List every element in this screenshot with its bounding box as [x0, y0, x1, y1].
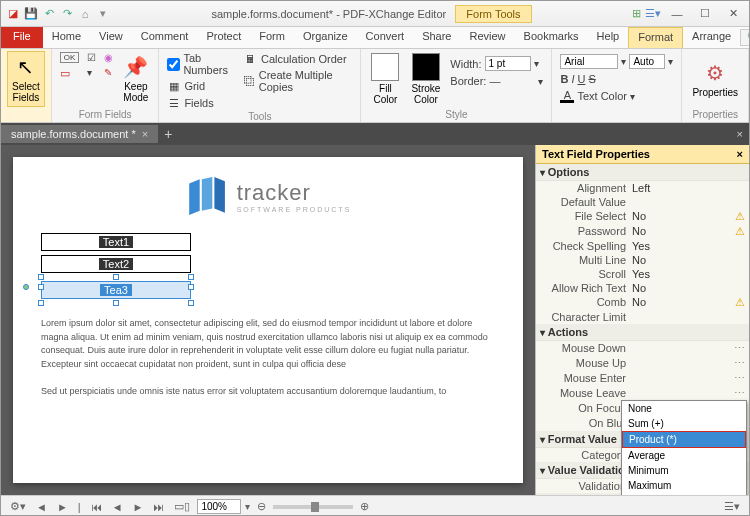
zoom-input[interactable] [197, 499, 241, 514]
page-first-icon[interactable]: ⏮ [88, 501, 105, 513]
prop-row[interactable]: Multi LineNo [536, 253, 749, 267]
page-prev-icon[interactable]: ◄ [109, 501, 126, 513]
grid-icon: ▦ [167, 79, 181, 93]
prop-row[interactable]: CombNo⚠ [536, 295, 749, 310]
ui-options-icon[interactable]: ☰▾ [645, 7, 661, 20]
section-actions[interactable]: ▾ Actions [536, 324, 749, 341]
page-next-icon[interactable]: ► [130, 501, 147, 513]
dropdown-option[interactable]: Sum (+) [622, 416, 746, 431]
dropdown-option[interactable]: Minimum [622, 463, 746, 478]
signature-tool[interactable]: ✎ [102, 66, 115, 79]
menu-view[interactable]: View [90, 27, 132, 48]
checkbox-tool[interactable]: ☑ [85, 51, 98, 64]
combo-tool[interactable]: ▾ [85, 66, 98, 79]
prop-row[interactable]: Check SpellingYes [536, 239, 749, 253]
prop-row[interactable]: Default Value [536, 195, 749, 209]
add-tab-button[interactable]: + [158, 126, 178, 142]
tab-numbers-toggle[interactable]: Tab Numbers [165, 51, 238, 77]
menu-bookmarks[interactable]: Bookmarks [515, 27, 588, 48]
dropdown-option[interactable]: Average [622, 448, 746, 463]
properties-button[interactable]: ⚙Properties [688, 51, 742, 107]
properties-panel: Text Field Properties× ▾ Options Alignme… [535, 145, 749, 495]
radio-tool[interactable]: ◉ [102, 51, 115, 64]
menu-form[interactable]: Form [250, 27, 294, 48]
tab-close-panel[interactable]: × [731, 128, 749, 140]
app-launch-icon[interactable]: ⊞ [632, 7, 641, 20]
menu-arrange[interactable]: Arrange [683, 27, 740, 48]
prop-row[interactable]: AlignmentLeft [536, 181, 749, 195]
menu-review[interactable]: Review [460, 27, 514, 48]
redo-icon[interactable]: ↷ [59, 6, 75, 22]
dropdown-icon[interactable]: ▾ [95, 6, 111, 22]
prop-row[interactable]: File SelectNo⚠ [536, 209, 749, 224]
page-last-icon[interactable]: ⏭ [150, 501, 167, 513]
grid-toggle[interactable]: ▦Grid [165, 78, 238, 94]
dropdown-option[interactable]: None [622, 401, 746, 416]
stroke-color-button[interactable]: Stroke Color [407, 51, 444, 107]
width-input[interactable] [485, 56, 531, 71]
fill-color-button[interactable]: Fill Color [367, 51, 403, 107]
menu-protect[interactable]: Protect [197, 27, 250, 48]
calculation-dropdown: NoneSum (+)Product (*)AverageMinimumMaxi… [621, 400, 747, 495]
menu-organize[interactable]: Organize [294, 27, 357, 48]
select-fields-button[interactable]: ↖Select Fields [7, 51, 45, 107]
form-field-2[interactable]: Text2 [41, 255, 191, 273]
button-tool[interactable]: ▭ [58, 66, 82, 81]
nav-next-icon[interactable]: ► [54, 501, 71, 513]
keep-mode-button[interactable]: 📌Keep Mode [119, 51, 152, 107]
layout-icon[interactable]: ☰▾ [721, 500, 743, 513]
calc-order-button[interactable]: 🖩Calculation Order [242, 51, 354, 67]
action-row[interactable]: Mouse Enter⋯ [536, 371, 749, 386]
body-paragraph-2: Sed ut perspiciatis unde omnis iste natu… [41, 385, 495, 399]
menu-home[interactable]: Home [43, 27, 90, 48]
prop-row[interactable]: PasswordNo⚠ [536, 224, 749, 239]
document-tab[interactable]: sample.forms.document *× [1, 125, 158, 143]
undo-icon[interactable]: ↶ [41, 6, 57, 22]
width-label: Width: [450, 58, 481, 70]
prop-row[interactable]: ScrollYes [536, 267, 749, 281]
prop-row[interactable]: Allow Rich TextNo [536, 281, 749, 295]
multi-copies-button[interactable]: ⿻Create Multiple Copies [242, 68, 354, 94]
text-field-tool[interactable]: OK [58, 51, 82, 64]
window-title: sample.forms.document* - PDF-XChange Edi… [111, 8, 632, 20]
action-row[interactable]: Mouse Down⋯ [536, 341, 749, 356]
close-button[interactable]: ✕ [721, 5, 745, 23]
nav-prev-icon[interactable]: ◄ [33, 501, 50, 513]
document-area[interactable]: trackerSOFTWARE PRODUCTS Text1 Text2 Tea… [1, 145, 535, 495]
zoom-in-icon[interactable]: ⊕ [357, 500, 372, 513]
print-icon[interactable]: ⌂ [77, 6, 93, 22]
dropdown-option[interactable]: Simplified Notation [622, 493, 746, 495]
save-icon[interactable]: 💾 [23, 6, 39, 22]
minimize-button[interactable]: — [665, 5, 689, 23]
menu-convert[interactable]: Convert [357, 27, 414, 48]
maximize-button[interactable]: ☐ [693, 5, 717, 23]
fields-button[interactable]: ☰Fields [165, 95, 238, 111]
dropdown-option[interactable]: Product (*) [622, 431, 746, 448]
menu-help[interactable]: Help [588, 27, 629, 48]
action-row[interactable]: Mouse Leave⋯ [536, 386, 749, 401]
action-row[interactable]: Mouse Up⋯ [536, 356, 749, 371]
ribbon: ↖Select Fields OK ▭ ☑ ▾ ◉ ✎ 📌Keep Mode F… [1, 49, 749, 123]
prop-row[interactable]: Character Limit [536, 310, 749, 324]
form-field-1[interactable]: Text1 [41, 233, 191, 251]
options-icon[interactable]: ⚙▾ [7, 500, 29, 513]
font-size-select[interactable] [629, 54, 665, 69]
calc-icon: 🖩 [244, 52, 258, 66]
close-tab-icon[interactable]: × [142, 128, 148, 140]
document-tab-strip: sample.forms.document *× + × [1, 123, 749, 145]
status-bar: ⚙▾ ◄ ► | ⏮ ◄ ► ⏭ ▭▯ ▾ ⊖ ⊕ ☰▾ [1, 495, 749, 516]
border-select[interactable]: — [489, 75, 535, 87]
file-menu[interactable]: File [1, 27, 43, 48]
panel-close-icon[interactable]: × [737, 148, 743, 160]
find-button[interactable]: 🔍Find... [740, 29, 750, 46]
zoom-out-icon[interactable]: ⊖ [254, 500, 269, 513]
group-tools: Tools [165, 111, 354, 122]
menu-format[interactable]: Format [628, 27, 683, 48]
section-options[interactable]: ▾ Options [536, 164, 749, 181]
form-field-3-selected[interactable]: Tea3 [41, 281, 191, 299]
dropdown-option[interactable]: Maximum [622, 478, 746, 493]
menu-share[interactable]: Share [413, 27, 460, 48]
text-color-button[interactable]: AText Color ▾ [558, 88, 675, 104]
font-select[interactable] [560, 54, 618, 69]
menu-comment[interactable]: Comment [132, 27, 198, 48]
